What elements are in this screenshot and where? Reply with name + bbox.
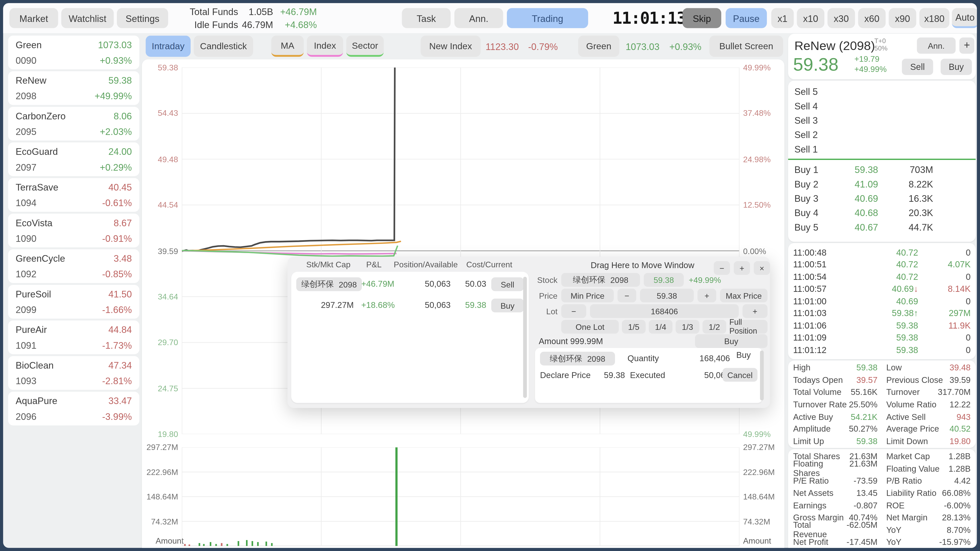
volume-axis-label: 148.64M <box>743 492 775 502</box>
order-scrollbar[interactable] <box>760 351 764 400</box>
watchlist-item-pureair[interactable]: PureAir44.841091-1.73% <box>8 321 139 354</box>
watchlist-item-ecoguard[interactable]: EcoGuard24.002097+0.29% <box>8 142 139 176</box>
price-plus-icon[interactable]: + <box>697 289 716 302</box>
watchlist-item-aquapure[interactable]: AquaPure33.472096-3.99% <box>8 392 139 426</box>
stock-change-pct: +49.99% <box>854 64 887 74</box>
stat-row: Net Profit-17.45MYoY-15.97% <box>788 536 976 548</box>
watchlist-button[interactable]: Watchlist <box>61 8 114 28</box>
form-buy-button[interactable]: Buy <box>695 334 767 348</box>
pause-button[interactable]: Pause <box>725 8 767 28</box>
watchlist-item-renew[interactable]: ReNew59.382098+49.99% <box>8 71 139 105</box>
stat-value: 1.28B <box>948 464 970 473</box>
tab-ma[interactable]: MA <box>271 36 304 57</box>
speed-x10-button[interactable]: x10 <box>797 8 824 28</box>
watchlist-item-bioclean[interactable]: BioClean47.341093-2.81% <box>8 356 139 390</box>
auto-speed-button[interactable]: Auto <box>952 8 978 28</box>
lot-input[interactable]: 168406 <box>590 304 739 318</box>
settings-button[interactable]: Settings <box>117 8 168 28</box>
trading-tab-button[interactable]: Trading <box>507 8 588 28</box>
position-stock-chip[interactable]: 绿创环保 2098 <box>296 277 362 291</box>
tab-candlestick[interactable]: Candlestick <box>194 36 253 57</box>
speed-x1-button[interactable]: x1 <box>771 8 794 28</box>
fraction-1-4-button[interactable]: 1/4 <box>649 320 673 333</box>
speed-x180-button[interactable]: x180 <box>919 8 950 28</box>
stat-label: High <box>793 363 856 373</box>
watchlist-item-price: 8.67 <box>114 218 132 228</box>
fraction-1-3-button[interactable]: 1/3 <box>676 320 699 333</box>
volume-bar <box>210 542 211 546</box>
maximize-icon[interactable]: + <box>734 261 750 275</box>
fraction-1-2-button[interactable]: 1/2 <box>703 320 726 333</box>
buy-level-5[interactable]: Buy 540.6744.7K <box>788 220 976 234</box>
stat-value: 55.16K <box>851 388 878 397</box>
sell-level-4[interactable]: Sell 4 <box>788 99 976 113</box>
stat-value: 50.27% <box>849 424 877 434</box>
full-position-button[interactable]: Full Position <box>729 320 767 333</box>
watchlist-item-price: 8.06 <box>114 110 132 121</box>
speed-x90-button[interactable]: x90 <box>889 8 916 28</box>
form-stock-chip[interactable]: 绿创环保 2098 <box>561 273 640 287</box>
tab-intraday[interactable]: Intraday <box>146 36 191 57</box>
price-input[interactable]: 59.38 <box>640 289 694 302</box>
buy-level-1[interactable]: Buy 159.38703M <box>788 162 976 177</box>
tab-sector[interactable]: Sector <box>346 36 384 57</box>
new-index-button[interactable]: New Index <box>421 36 480 57</box>
speed-x30-button[interactable]: x30 <box>827 8 855 28</box>
tab-index[interactable]: Index <box>307 36 343 57</box>
lot-plus-icon[interactable]: + <box>742 304 767 318</box>
sell-level-2[interactable]: Sell 2 <box>788 127 976 142</box>
panel-buy-button[interactable]: Buy <box>941 59 972 75</box>
add-watchlist-icon[interactable]: + <box>959 38 974 54</box>
stat-value: 39.59 <box>950 375 970 385</box>
sell-level-1[interactable]: Sell 1 <box>788 142 976 156</box>
close-icon[interactable]: × <box>754 261 770 275</box>
min-price-button[interactable]: Min Price <box>561 289 614 302</box>
price-minus-icon[interactable]: − <box>617 289 636 302</box>
price-axis-label: 59.38 <box>158 63 178 72</box>
buy-level-3[interactable]: Buy 340.6916.3K <box>788 191 976 205</box>
watchlist-item-price: 33.47 <box>108 395 132 406</box>
speed-x60-button[interactable]: x60 <box>858 8 886 28</box>
panel-sell-button[interactable]: Sell <box>902 59 933 75</box>
watchlist-item-ecovista[interactable]: EcoVista8.671090-0.91% <box>8 214 139 248</box>
task-button[interactable]: Task <box>402 8 451 28</box>
bullet-screen-button[interactable]: Bullet Screen <box>710 36 783 57</box>
sell-level-3[interactable]: Sell 3 <box>788 113 976 127</box>
buy-level-volume: 20.3K <box>878 207 933 218</box>
watchlist-item-carbonzero[interactable]: CarbonZero8.062095+2.03% <box>8 107 139 141</box>
watchlist-item-green[interactable]: Green1073.030090+0.93% <box>8 36 139 69</box>
buy-level-label: Buy 3 <box>794 193 838 204</box>
drag-handle[interactable]: Drag Here to Move Window <box>568 260 718 270</box>
stat-row: High59.38Low39.48 <box>788 362 976 374</box>
watchlist-item-price: 44.84 <box>108 324 132 335</box>
market-button[interactable]: Market <box>10 8 58 28</box>
order-cancel-button[interactable]: Cancel <box>722 368 757 382</box>
position-sell-button[interactable]: Sell <box>491 277 524 291</box>
positions-scrollbar[interactable] <box>523 277 527 398</box>
watchlist-item-name: BioClean <box>16 360 54 371</box>
volume-bar <box>266 541 267 546</box>
watchlist-item-greencycle[interactable]: GreenCycle3.481092-0.85% <box>8 249 139 283</box>
buy-level-label: Buy 2 <box>794 179 838 189</box>
stat-value: -73.59 <box>854 476 878 486</box>
lot-minus-icon[interactable]: − <box>561 304 586 318</box>
green-index-button[interactable]: Green <box>578 36 619 57</box>
fraction-1-5-button[interactable]: 1/5 <box>622 320 646 333</box>
stat-label: Market Cap <box>886 452 948 461</box>
one-lot-button[interactable]: One Lot <box>561 320 619 333</box>
watchlist-item-change: -2.81% <box>102 375 132 386</box>
announcements-button[interactable]: Ann. <box>454 8 503 28</box>
sell-level-5[interactable]: Sell 5 <box>788 84 976 99</box>
watchlist-item-puresoil[interactable]: PureSoil41.502099-1.66% <box>8 285 139 319</box>
buy-level-4[interactable]: Buy 440.6820.3K <box>788 206 976 220</box>
stat-label: Total Volume <box>793 388 851 397</box>
buy-level-2[interactable]: Buy 241.098.22K <box>788 177 976 191</box>
stat-row: P/E Ratio-73.59P/B Ratio4.42 <box>788 475 976 487</box>
position-buy-button[interactable]: Buy <box>491 299 524 313</box>
max-price-button[interactable]: Max Price <box>720 289 767 302</box>
minimize-icon[interactable]: − <box>714 261 730 275</box>
skip-button[interactable]: Skip <box>682 8 721 28</box>
watchlist-item-terrasave[interactable]: TerraSave40.451094-0.61% <box>8 178 139 212</box>
tick-time: 11:01:00 <box>793 296 851 306</box>
stock-ann-button[interactable]: Ann. <box>917 38 956 54</box>
